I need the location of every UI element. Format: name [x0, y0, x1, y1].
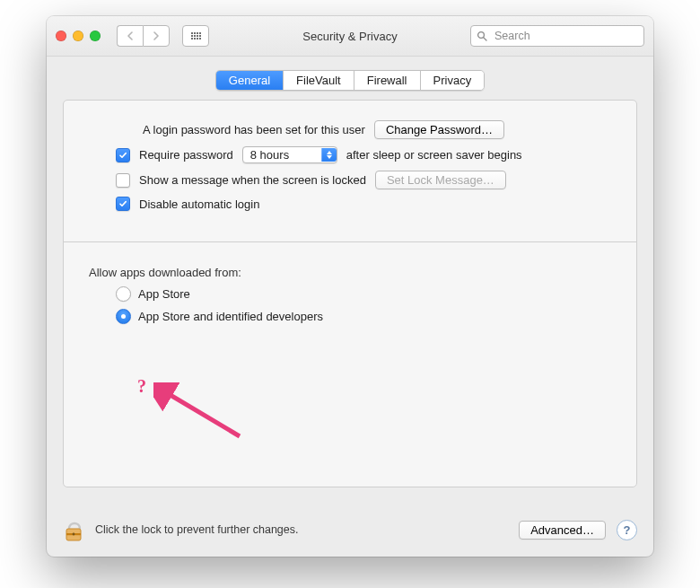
footer: Click the lock to prevent further change… [63, 517, 637, 542]
disable-auto-login-label: Disable automatic login [139, 197, 259, 211]
advanced-button[interactable]: Advanced… [519, 521, 606, 540]
check-icon [118, 199, 127, 208]
svg-line-1 [484, 38, 486, 40]
tab-bar: General FileVault Firewall Privacy [215, 70, 485, 91]
search-field[interactable] [470, 25, 644, 47]
traffic-lights [56, 31, 101, 41]
radio-identified-developers[interactable] [116, 309, 131, 324]
allow-apps-option-identified-developers[interactable]: App Store and identified developers [116, 309, 611, 324]
annotation-question-mark: ? [137, 376, 146, 397]
set-lock-message-button[interactable]: Set Lock Message… [375, 171, 506, 189]
grid-icon [191, 32, 201, 39]
stepper-icon [321, 148, 337, 162]
allow-apps-title: Allow apps downloaded from: [89, 266, 611, 279]
show-message-label: Show a message when the screen is locked [139, 173, 366, 187]
svg-point-5 [73, 533, 75, 536]
disable-auto-login-checkbox[interactable] [116, 197, 130, 211]
require-password-label-after: after sleep or screen saver begins [346, 148, 522, 162]
search-input[interactable] [493, 29, 638, 43]
show-message-row: Show a message when the screen is locked… [116, 171, 611, 189]
require-password-delay-select[interactable]: 8 hours [242, 146, 337, 163]
divider [64, 241, 636, 242]
chevron-right-icon [153, 31, 160, 40]
require-password-row: Require password 8 hours after sleep or … [116, 146, 611, 163]
help-button[interactable]: ? [617, 520, 637, 540]
change-password-button[interactable]: Change Password… [374, 120, 504, 139]
close-window-button[interactable] [56, 31, 66, 41]
lock-icon[interactable] [63, 517, 84, 542]
annotation-arrow-icon [153, 382, 261, 454]
require-password-label-before: Require password [139, 148, 233, 162]
tab-filevault[interactable]: FileVault [284, 71, 354, 90]
show-all-preferences-button[interactable] [182, 25, 209, 47]
chevron-left-icon [127, 31, 134, 40]
zoom-window-button[interactable] [90, 31, 101, 41]
allow-apps-option-app-store[interactable]: App Store [116, 286, 611, 302]
radio-identified-developers-label: App Store and identified developers [138, 310, 323, 323]
tab-privacy[interactable]: Privacy [421, 71, 485, 90]
require-password-checkbox[interactable] [116, 148, 130, 162]
check-icon [118, 151, 127, 160]
titlebar: Security & Privacy [47, 16, 653, 57]
search-icon [477, 31, 487, 41]
radio-app-store-label: App Store [138, 287, 190, 301]
allow-apps-radiogroup: App Store App Store and identified devel… [116, 286, 611, 324]
disable-auto-login-row: Disable automatic login [116, 197, 611, 211]
forward-button[interactable] [143, 25, 170, 47]
tab-firewall[interactable]: Firewall [354, 71, 421, 90]
svg-line-2 [164, 391, 240, 436]
require-password-delay-value: 8 hours [250, 148, 289, 162]
login-password-label: A login password has been set for this u… [143, 123, 365, 136]
preferences-window: Security & Privacy General FileVault Fir… [47, 16, 653, 557]
content-area: General FileVault Firewall Privacy A log… [47, 56, 653, 557]
nav-group [117, 25, 170, 47]
radio-app-store[interactable] [116, 286, 131, 302]
general-panel: A login password has been set for this u… [63, 100, 637, 487]
tab-general[interactable]: General [216, 71, 284, 90]
back-button[interactable] [117, 25, 143, 47]
minimize-window-button[interactable] [73, 31, 83, 41]
show-message-checkbox[interactable] [116, 173, 130, 188]
lock-tip-label: Click the lock to prevent further change… [95, 523, 299, 536]
login-password-row: A login password has been set for this u… [89, 120, 611, 139]
